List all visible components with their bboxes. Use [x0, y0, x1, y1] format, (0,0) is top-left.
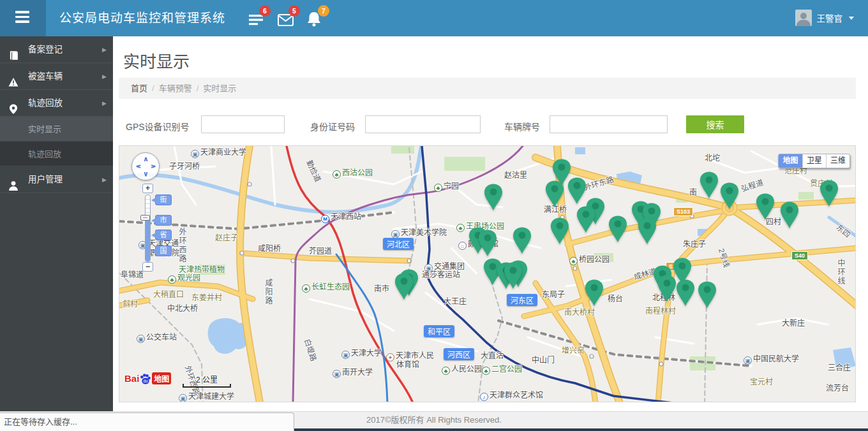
- sidebar-item-track-playback[interactable]: 轨迹回放▶: [0, 90, 113, 117]
- chevron-right-icon: ▶: [102, 166, 107, 193]
- pan-up-icon[interactable]: ∧: [143, 156, 149, 162]
- bus-poi-icon: ▣: [341, 351, 350, 359]
- avatar: [795, 10, 812, 26]
- road-shield-badge: S103: [673, 207, 693, 216]
- zoom-flag-4[interactable]: 国: [155, 245, 172, 256]
- vehicle-marker[interactable]: [549, 217, 571, 245]
- map-type-地图[interactable]: 地图: [779, 154, 802, 168]
- top-header: 公安局电动车监控和管理系统 657 王警官: [0, 0, 868, 36]
- zoom-slider-track[interactable]: [145, 194, 151, 262]
- pan-left-icon[interactable]: ∧: [135, 164, 141, 170]
- bus-poi-icon: ▣: [179, 394, 187, 402]
- app-root: 公安局电动车监控和管理系统 657 王警官 备案登记▶被盗车辆▶轨迹回放▶实时显…: [0, 0, 868, 431]
- vehicle-marker[interactable]: [719, 182, 740, 210]
- map-pan-control[interactable]: ∧ ∧ ∧ ∧: [131, 152, 160, 180]
- map-label: ▣天津美术学院: [391, 226, 447, 238]
- sidebar-item-label: 用户管理: [28, 166, 63, 193]
- user-icon: [8, 175, 19, 185]
- zoom-flag-3[interactable]: 省: [155, 230, 172, 240]
- app-title: 公安局电动车监控和管理系统: [59, 0, 225, 36]
- baidu-logo-text: Bai: [124, 373, 139, 384]
- map-label: 南: [689, 186, 697, 197]
- vehicle-marker[interactable]: [575, 205, 597, 233]
- map-type-卫星[interactable]: 卫星: [802, 154, 826, 168]
- user-menu[interactable]: 王警官: [795, 10, 855, 26]
- tasks-icon-badge: 6: [259, 5, 271, 17]
- vehicle-marker[interactable]: [483, 183, 504, 211]
- map-label: ♣人民公园: [442, 363, 482, 375]
- vehicle-marker[interactable]: [583, 279, 605, 307]
- map-type-control: 地图卫星三维: [778, 154, 850, 168]
- map-label: 芥园道: [309, 245, 332, 256]
- book-icon: [8, 45, 19, 55]
- park-poi-icon: ♣: [302, 284, 310, 293]
- map-label: 赵庄子: [215, 231, 238, 242]
- map-label: ▣公交车站: [137, 331, 177, 343]
- map-label: 北坨: [705, 152, 720, 163]
- browser-status-bar: 正在等待存入缓存...: [0, 413, 294, 431]
- hamburger-menu-icon[interactable]: [15, 11, 31, 25]
- map-label: ♪天津群众艺术馆: [480, 389, 543, 401]
- vehicle-marker[interactable]: [698, 171, 720, 199]
- map-label: ♣长虹生态园: [302, 281, 350, 293]
- map-label: 三合庄: [828, 362, 851, 372]
- map-label: 南市: [374, 282, 389, 293]
- vehicle-marker[interactable]: [393, 272, 415, 300]
- vehicle-marker[interactable]: [477, 229, 498, 257]
- sidebar-subitem-live-display[interactable]: 实时显示: [0, 117, 113, 142]
- map-label: ♣宁园: [434, 180, 459, 192]
- user-name: 王警官: [817, 11, 843, 24]
- vehicle-marker[interactable]: [779, 201, 800, 229]
- tasks-icon[interactable]: 6: [248, 11, 265, 27]
- breadcrumb-home[interactable]: 首页: [131, 84, 147, 93]
- pan-down-icon[interactable]: ∧: [143, 172, 149, 178]
- map-label: 阜锦道: [121, 268, 144, 279]
- map-label: 南程林村: [645, 305, 676, 316]
- plate-number-label: 车辆牌号: [504, 120, 540, 133]
- map-label: 河西区: [444, 348, 474, 360]
- plate-number-input[interactable]: [550, 115, 668, 133]
- map-label: 通莎客运站: [422, 268, 460, 279]
- zoom-slider-handle[interactable]: [140, 215, 150, 221]
- map-marker-icon: [8, 98, 19, 108]
- sidebar-subitem-track-replay[interactable]: 轨迹回放: [0, 142, 113, 166]
- sidebar-item-registration[interactable]: 备案登记▶: [0, 36, 113, 63]
- map-type-三维[interactable]: 三维: [826, 154, 849, 168]
- bell-icon-badge: 7: [318, 5, 329, 17]
- map-canvas[interactable]: ▣天津商业大学子牙河桥勤俭道♣西沽公园M天津西站赵庄子外环西路咸阳桥芥园道▣天津…: [119, 145, 856, 402]
- zoom-flag-1[interactable]: 街: [155, 194, 172, 205]
- map-label: 东姜井村: [191, 291, 222, 302]
- map-label: 赵沽里: [504, 169, 527, 180]
- map-label: 咸阳桥: [258, 242, 281, 253]
- map-label: ▣中国民航大学: [744, 353, 799, 365]
- pan-right-icon[interactable]: ∧: [151, 164, 157, 170]
- sidebar-item-user-management[interactable]: 用户管理▶: [0, 166, 113, 193]
- zoom-out-button[interactable]: −: [142, 262, 153, 272]
- map-label: 杨台: [608, 293, 623, 303]
- vehicle-marker[interactable]: [696, 281, 718, 309]
- breadcrumb-bar: 首页/车辆预警/实时显示: [119, 78, 856, 99]
- vehicle-marker[interactable]: [607, 215, 629, 243]
- sidebar-item-stolen-vehicles[interactable]: 被盗车辆▶: [0, 63, 113, 90]
- mail-icon[interactable]: 5: [277, 11, 294, 27]
- vehicle-marker[interactable]: [636, 217, 658, 245]
- zoom-flag-2[interactable]: 市: [155, 215, 172, 226]
- map-label: ▣天津大学: [341, 347, 382, 359]
- map-label: ▣天津商业大学: [191, 146, 246, 158]
- map-label: ▣天津城建大学: [179, 390, 234, 402]
- map-label: 中环线: [835, 259, 846, 286]
- vehicle-marker[interactable]: [502, 261, 524, 289]
- id-number-input[interactable]: [365, 115, 481, 133]
- vehicle-marker[interactable]: [754, 193, 776, 221]
- bell-icon[interactable]: 7: [306, 11, 324, 27]
- park-poi-icon: ♣: [456, 224, 465, 232]
- mail-icon-badge: 5: [288, 5, 300, 17]
- vehicle-marker[interactable]: [511, 226, 533, 254]
- gps-device-id-input[interactable]: [201, 115, 285, 133]
- search-button[interactable]: 搜索: [686, 115, 744, 133]
- vehicle-marker[interactable]: [675, 279, 696, 307]
- vehicle-marker[interactable]: [544, 180, 565, 208]
- id-number-label: 身份证号码: [310, 120, 355, 133]
- zoom-in-button[interactable]: +: [142, 184, 153, 193]
- vehicle-marker[interactable]: [818, 179, 840, 207]
